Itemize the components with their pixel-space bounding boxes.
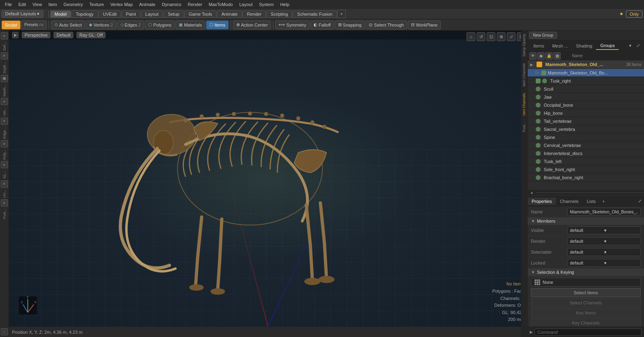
menu-item-render[interactable]: Render	[184, 1, 205, 8]
menu-item-geometry[interactable]: Geometry	[60, 1, 86, 8]
scene-item-7[interactable]: Sacral_vertebra	[528, 125, 644, 133]
snapping-button[interactable]: ⊞ Snapping	[335, 21, 365, 29]
perspective-label[interactable]: Perspective	[22, 32, 50, 38]
select-channels-button[interactable]: Select Channels	[531, 298, 641, 307]
new-group-button[interactable]: New Group	[529, 32, 557, 39]
none-button[interactable]: None	[531, 278, 641, 287]
menu-item-system[interactable]: System	[256, 1, 277, 8]
left-tool-9[interactable]: ≡	[1, 199, 8, 207]
scene-item-8[interactable]: Spine	[528, 133, 644, 141]
visible-dropdown[interactable]: default ▾	[567, 226, 641, 234]
only-button[interactable]: Only	[626, 10, 642, 18]
left-tool-8[interactable]: ≡	[1, 180, 8, 188]
props-tab-add[interactable]: +	[600, 198, 607, 205]
menu-item-animate[interactable]: Animate	[136, 1, 159, 8]
scene-list[interactable]: ▶ Mammoth_Skeleton_Old_... 38 Items ▷ Ma…	[528, 60, 644, 189]
left-tool-3[interactable]: ▦	[1, 75, 8, 82]
left-tool-bottom[interactable]: ○	[1, 328, 8, 335]
tab-layout[interactable]: Layout	[141, 10, 163, 18]
menu-item-edit[interactable]: Edit	[15, 1, 29, 8]
props-name-value[interactable]	[567, 208, 641, 216]
tab-schematic-fusion[interactable]: Schematic Fusion	[293, 10, 336, 18]
menu-item-item[interactable]: Item	[45, 1, 60, 8]
left-tool-6[interactable]: ≡	[1, 140, 8, 147]
3d-viewport[interactable]: ▶ Perspective Default Ray GL: Off ⌂ ↺ ⊡ …	[9, 31, 527, 327]
tab-animate[interactable]: Animate	[217, 10, 242, 18]
menu-item-dynamics[interactable]: Dynamics	[159, 1, 184, 8]
menu-item-help[interactable]: Help	[277, 1, 293, 8]
workplane-button[interactable]: ⊟ WorkPlane	[408, 21, 441, 29]
default-label[interactable]: Default	[54, 32, 73, 38]
layout-dropdown[interactable]: Default Layouts ▾	[2, 10, 43, 18]
edge-tab-setup-opacity[interactable]: Setup Opacity	[521, 31, 527, 60]
scene-item-5[interactable]: Hip_bone	[528, 109, 644, 117]
auto-select-button[interactable]: ⊙ Auto Select	[51, 21, 85, 29]
scene-item-4[interactable]: Occipital_bone	[528, 101, 644, 109]
select-items-button[interactable]: Select Items	[531, 288, 641, 297]
render-select[interactable]: default ▾	[567, 237, 641, 245]
tab-paint[interactable]: Paint	[122, 10, 140, 18]
nav-zoom-in[interactable]: ⊕	[497, 32, 506, 41]
visible-select[interactable]: default ▾	[567, 226, 641, 234]
menu-item-view[interactable]: View	[29, 1, 45, 8]
lock-icon[interactable]: 🔒	[545, 52, 553, 60]
rp-tab-dropdown[interactable]: ▾	[627, 42, 634, 50]
locked-select[interactable]: default ▾	[567, 259, 641, 267]
edge-tab-item-channels[interactable]: Item Channels	[521, 60, 527, 90]
edges-button[interactable]: ◇ Edges 2	[117, 21, 144, 29]
nav-refresh[interactable]: ↺	[477, 32, 485, 41]
scene-item-11[interactable]: Tusk_left	[528, 157, 644, 165]
vertices-button[interactable]: ◆ Vertices 2	[86, 21, 116, 29]
viewport-toggle[interactable]: ▶	[12, 32, 19, 38]
tab-setup[interactable]: Setup	[163, 10, 184, 18]
rp-tab-items[interactable]: Items	[529, 42, 548, 50]
scene-item-9[interactable]: Cervical_vertebrae	[528, 141, 644, 149]
left-tool-2[interactable]: ≡	[1, 52, 8, 60]
scene-item-0[interactable]: ▷ Mammoth_Skeleton_Old_Bo...	[528, 69, 644, 77]
menu-item-maxtomodo[interactable]: MaxToModo	[206, 1, 236, 8]
falloff-button[interactable]: ◐ Falloff	[310, 21, 334, 29]
rp-expand-icon[interactable]: ⤢	[634, 42, 642, 50]
materials-button[interactable]: ▣ Materials	[175, 21, 205, 29]
polygons-button[interactable]: ⬡ Polygons	[145, 21, 175, 29]
left-tool-1[interactable]: ≡	[1, 32, 8, 39]
menu-item-layout[interactable]: Layout	[236, 1, 256, 8]
rp-tab-shading[interactable]: Shading	[572, 42, 596, 50]
key-items-button[interactable]: Key Items	[531, 308, 641, 317]
symmetry-button[interactable]: ⟺ Symmetry	[275, 21, 310, 29]
rp-tab-mesh[interactable]: Mesh ...	[548, 42, 572, 50]
members-section-header[interactable]: ▼ Members	[528, 217, 644, 225]
scene-item-2[interactable]: Scull	[528, 85, 644, 93]
ray-gl-label[interactable]: Ray GL: Off	[76, 32, 105, 38]
eye-icon[interactable]: 👁	[529, 52, 537, 60]
scene-group-mammoth[interactable]: ▶ Mammoth_Skeleton_Old_... 38 Items	[528, 60, 644, 69]
scene-item-13[interactable]: Brachial_bone_right	[528, 174, 644, 182]
menu-item-texture[interactable]: Texture	[86, 1, 107, 8]
action-center-button[interactable]: ⊕ Action Center	[233, 21, 271, 29]
tab-model[interactable]: Model	[50, 10, 71, 18]
nav-fullscreen[interactable]: ⤢	[507, 32, 516, 41]
tab-scripting[interactable]: Scripting	[266, 10, 293, 18]
tab-game-tools[interactable]: Game Tools	[184, 10, 217, 18]
edge-tab-fusi[interactable]: Fusi...	[521, 119, 527, 135]
sel-keying-header[interactable]: ▼ Selection & Keying	[528, 269, 644, 276]
scene-item-6[interactable]: Tail_vertebrae	[528, 117, 644, 125]
left-tool-7[interactable]: ≡	[1, 161, 8, 168]
presets-button[interactable]: Presets F6	[21, 21, 47, 29]
selectable-select[interactable]: default ▾	[567, 248, 641, 256]
nav-home[interactable]: ⌂	[466, 32, 475, 41]
props-expand[interactable]: ⤢	[636, 197, 644, 205]
select-through-button[interactable]: ◎ Select Through	[365, 21, 407, 29]
render-icon[interactable]: ◉	[537, 52, 545, 60]
menu-item-vertex-map[interactable]: Vertex Map	[107, 1, 136, 8]
items-button[interactable]: ☐ Items	[206, 21, 229, 29]
tab-topology[interactable]: Topology	[71, 10, 98, 18]
layer-icon[interactable]: ▦	[553, 52, 561, 60]
props-tab-lists[interactable]: Lists	[583, 198, 600, 205]
locked-dropdown[interactable]: default ▾	[567, 259, 641, 267]
selectable-dropdown[interactable]: default ▾	[567, 248, 641, 256]
tab-render[interactable]: Render	[242, 10, 266, 18]
scene-item-1[interactable]: Tusk_right	[528, 77, 644, 85]
name-input[interactable]	[567, 208, 641, 216]
menu-item-file[interactable]: File	[2, 1, 15, 8]
